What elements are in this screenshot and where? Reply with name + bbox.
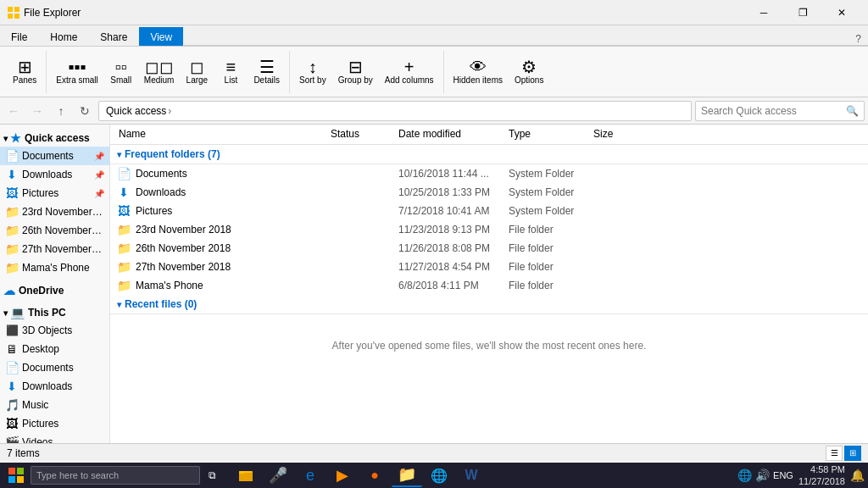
volume-icon[interactable]: 🔊: [755, 469, 770, 482]
start-button[interactable]: [3, 463, 29, 487]
sidebar-item-23nov[interactable]: 📁 23rd November 2018: [0, 202, 109, 221]
empty-message: After you've opened some files, we'll sh…: [110, 314, 868, 377]
taskbar-datetime: 4:58 PM 11/27/2018: [798, 463, 845, 488]
taskbar-app-chrome[interactable]: 🌐: [424, 463, 454, 487]
notification-icon[interactable]: 🔔: [850, 469, 865, 482]
svg-rect-0: [8, 7, 13, 12]
recent-files-header[interactable]: ▾ Recent files (0): [110, 295, 868, 314]
restore-button[interactable]: ❐: [783, 0, 822, 25]
separator-3: [443, 51, 444, 93]
ribbon-small-btn[interactable]: ▫▫ Small: [104, 56, 138, 87]
taskbar-app-orange[interactable]: ●: [359, 463, 390, 487]
address-path[interactable]: Quick access ›: [98, 101, 692, 121]
network-icon[interactable]: 🌐: [737, 469, 752, 482]
file-row-pictures[interactable]: 🖼 Pictures 7/12/2018 10:41 AM System Fol…: [110, 202, 868, 220]
task-view-btn[interactable]: ⧉: [200, 463, 224, 487]
sidebar-pictures-label: Pictures: [22, 187, 58, 199]
col-header-name[interactable]: Name: [114, 125, 326, 144]
file-row-27nov[interactable]: 📁 27th November 2018 11/27/2018 4:54 PM …: [110, 258, 868, 276]
ribbon-group-btn[interactable]: ⊟ Group by: [332, 56, 379, 87]
chrome-icon: 🌐: [431, 468, 448, 484]
language-label[interactable]: ENG: [773, 470, 793, 480]
quickaccess-icon: ★: [10, 131, 21, 145]
up-button[interactable]: ↑: [51, 101, 71, 121]
sidebar-item-pictures[interactable]: 🖼 Pictures 📌: [0, 184, 109, 202]
refresh-button[interactable]: ↻: [75, 101, 95, 121]
minimize-button[interactable]: ─: [744, 0, 783, 25]
help-button[interactable]: ?: [849, 33, 868, 46]
sidebar-documents-label: Documents: [22, 150, 74, 162]
col-header-date[interactable]: Date modified: [393, 125, 504, 144]
ribbon-hidden-btn[interactable]: 👁 Hidden items: [448, 56, 509, 87]
address-bar: ← → ↑ ↻ Quick access › 🔍: [0, 97, 868, 125]
sidebar-item-downloads[interactable]: ⬇ Downloads 📌: [0, 165, 109, 184]
sidebar-item-3dobjects[interactable]: ⬛ 3D Objects: [0, 321, 109, 340]
folder-26nov-icon: 📁: [5, 224, 19, 237]
tab-view[interactable]: View: [139, 27, 183, 46]
file-row-26nov[interactable]: 📁 26th November 2018 11/26/2018 8:08 PM …: [110, 239, 868, 258]
taskbar-app-cortana[interactable]: 🎤: [263, 463, 293, 487]
tab-file[interactable]: File: [0, 27, 38, 46]
file-row-downloads[interactable]: ⬇ Downloads 10/25/2018 1:33 PM System Fo…: [110, 183, 868, 202]
file-row-mamas[interactable]: 📁 Mama's Phone 6/8/2018 4:11 PM File fol…: [110, 276, 868, 295]
ribbon-list-btn[interactable]: ≡ List: [214, 56, 248, 87]
ribbon-extrasmall-btn[interactable]: ▪▪▪ Extra small: [50, 56, 103, 87]
ribbon-details-btn[interactable]: ☰ Details: [248, 56, 286, 87]
sidebar-downloads-label: Downloads: [22, 169, 72, 180]
file-row-23nov[interactable]: 📁 23rd November 2018 11/23/2018 9:13 PM …: [110, 220, 868, 239]
ribbon-medium-btn[interactable]: ◻◻ Medium: [138, 56, 181, 87]
sidebar-item-documents[interactable]: 📄 Documents 📌: [0, 147, 109, 165]
taskbar-app-edge[interactable]: e: [295, 463, 326, 487]
ribbon-addcols-btn[interactable]: + Add columns: [379, 56, 440, 87]
svg-rect-9: [239, 471, 244, 474]
file-name-mamas: Mama's Phone: [136, 280, 331, 291]
documents-file-icon: 📄: [117, 167, 131, 180]
taskbar-search-placeholder: Type here to search: [36, 470, 119, 480]
sidebar-item-26nov[interactable]: 📁 26th November 2018: [0, 221, 109, 240]
recent-chevron: ▾: [117, 300, 121, 309]
taskbar-app-word[interactable]: W: [456, 463, 487, 487]
frequent-folders-header[interactable]: ▾ Frequent folders (7): [110, 145, 868, 164]
ribbon-panes-btn[interactable]: ⊞ Panes: [7, 56, 42, 87]
close-button[interactable]: ✕: [822, 0, 861, 25]
sidebar-quickaccess-header[interactable]: ▾ ★ Quick access: [0, 128, 109, 147]
empty-message-text: After you've opened some files, we'll sh…: [332, 340, 647, 352]
ribbon-options-btn[interactable]: ⚙ Options: [509, 56, 549, 87]
edge-icon: e: [306, 467, 314, 485]
back-button[interactable]: ←: [3, 101, 24, 121]
sidebar-item-27nov[interactable]: 📁 27th November 2018: [0, 240, 109, 258]
tab-home[interactable]: Home: [39, 27, 88, 46]
sidebar-desktop-label: Desktop: [22, 343, 59, 355]
sidebar-item-pc-videos[interactable]: 🎬 Videos: [0, 433, 109, 443]
ribbon: File Home Share View ? ⊞ Panes ▪▪▪ Extra…: [0, 25, 868, 97]
taskbar-app-vlc[interactable]: ▶: [327, 463, 358, 487]
extrasmall-label: Extra small: [56, 75, 97, 85]
tab-share[interactable]: Share: [89, 27, 138, 46]
sidebar-onedrive-header[interactable]: ☁ OneDrive: [0, 280, 109, 299]
ribbon-large-btn[interactable]: ◻ Large: [180, 56, 214, 87]
sidebar-item-mamasphone[interactable]: 📁 Mama's Phone: [0, 258, 109, 277]
sidebar-item-pc-music[interactable]: 🎵 Music: [0, 396, 109, 414]
ribbon-sort-btn[interactable]: ↕ Sort by: [293, 56, 332, 87]
sidebar-item-pc-pictures[interactable]: 🖼 Pictures: [0, 414, 109, 433]
file-row-documents[interactable]: 📄 Documents 10/16/2018 11:44 ... System …: [110, 164, 868, 183]
large-view-btn[interactable]: ⊞: [844, 446, 861, 461]
col-header-type[interactable]: Type: [504, 125, 588, 144]
search-input[interactable]: [701, 105, 846, 117]
folder-23nov-icon: 📁: [5, 205, 19, 219]
onedrive-label: OneDrive: [19, 285, 64, 297]
taskbar-app-folder[interactable]: 📁: [392, 463, 422, 487]
col-header-status[interactable]: Status: [326, 125, 393, 144]
col-header-size[interactable]: Size: [588, 125, 656, 144]
taskbar-search[interactable]: Type here to search: [31, 466, 200, 485]
sidebar-item-desktop[interactable]: 🖥 Desktop: [0, 340, 109, 358]
documents-pin: 📌: [94, 152, 104, 161]
column-headers: Name Status Date modified Type Size: [110, 125, 868, 145]
forward-button[interactable]: →: [27, 101, 47, 121]
sidebar-item-pc-downloads[interactable]: ⬇ Downloads: [0, 377, 109, 396]
taskbar-app-fileexplorer[interactable]: [231, 463, 261, 487]
pc-pictures-icon: 🖼: [5, 417, 19, 430]
details-view-btn[interactable]: ☰: [826, 446, 843, 461]
sidebar-thispc-header[interactable]: ▾ 💻 This PC: [0, 302, 109, 321]
sidebar-item-pc-documents[interactable]: 📄 Documents: [0, 358, 109, 377]
